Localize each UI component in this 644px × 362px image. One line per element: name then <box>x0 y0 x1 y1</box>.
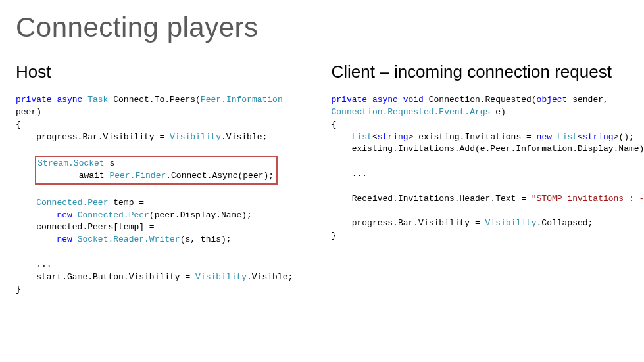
open-brace: { <box>332 120 337 129</box>
box-l2a: await <box>37 171 109 181</box>
prog-c: .Collapsed; <box>537 218 593 228</box>
indent <box>16 198 36 208</box>
prog-a: progress.Bar.Visibility = <box>332 218 485 228</box>
method-name: Connect.To.Peers( <box>108 95 200 104</box>
kw-object: object <box>537 95 568 104</box>
recv-a: Received.Invitations.Header.Text = <box>332 194 532 204</box>
dots: ... <box>16 260 52 269</box>
type-peerfinder: Peer.Finder <box>109 171 166 181</box>
list-j: >(); <box>614 132 634 142</box>
type-connectedpeer2: Connected.Peer <box>78 210 149 220</box>
client-column: Client – incoming connection request pri… <box>332 62 629 296</box>
host-column: Host private async Task Connect.To.Peers… <box>16 62 313 296</box>
sender: sender, <box>567 95 608 104</box>
type-task: Task <box>87 95 108 104</box>
visible-suffix: .Visible; <box>221 132 267 142</box>
kw-private-async: private async <box>16 95 87 104</box>
after-l1c: temp = <box>108 198 144 208</box>
close-brace: } <box>16 284 21 294</box>
type-connectedpeer: Connected.Peer <box>36 198 108 208</box>
host-code-block: private async Task Connect.To.Peers(Peer… <box>16 94 313 296</box>
type-peerinfo: Peer.Information <box>201 95 283 104</box>
kw-new2: new <box>16 235 78 244</box>
after-l3: connected.Peers[temp] = <box>16 222 155 232</box>
type-list2: List <box>557 132 578 142</box>
dots-r: ... <box>332 169 368 179</box>
client-heading: Client – incoming connection request <box>332 62 629 82</box>
lt: < <box>372 132 378 142</box>
type-socketrw: Socket.Reader.Writer <box>78 235 180 244</box>
method-name-r: Connection.Requested( <box>424 95 537 104</box>
type-visibility: Visibility <box>170 132 221 142</box>
kw-new-r: new <box>537 132 557 142</box>
start-c: .Visible; <box>247 272 293 282</box>
kw-private-async-void: private async void <box>332 95 424 104</box>
box-l1b: s = <box>105 158 125 168</box>
lt2: < <box>578 132 583 142</box>
type-visibility2: Visibility <box>195 272 247 282</box>
type-streamsocket: Stream.Socket <box>37 158 104 168</box>
after-l2c: (peer.Display.Name); <box>149 210 252 220</box>
kw-string2: string <box>583 132 614 142</box>
sig-tail: peer) { progress.Bar.Visibility = <box>16 107 170 142</box>
slide-title: Connecting players <box>16 12 628 43</box>
type-visibility-r: Visibility <box>485 218 537 228</box>
list-e: > existing.Invitations = <box>409 132 537 142</box>
add-line: existing.Invitations.Add(e.Peer.Informat… <box>332 144 645 154</box>
start-a: start.Game.Button.Visibility = <box>16 272 195 282</box>
type-list: List <box>352 132 372 142</box>
indent-r <box>332 132 352 142</box>
type-eventargs: Connection.Requested.Event.Args <box>332 107 491 117</box>
sig-l2b: e) <box>490 107 505 117</box>
two-column-layout: Host private async Task Connect.To.Peers… <box>16 62 628 296</box>
box-l2c: .Connect.Async(peer); <box>166 171 274 181</box>
host-heading: Host <box>16 62 313 82</box>
highlighted-box: Stream.Socket s = await Peer.Finder.Conn… <box>35 156 278 185</box>
kw-string: string <box>378 132 409 142</box>
close-brace-r: } <box>332 231 337 240</box>
client-code-block: private async void Connection.Requested(… <box>332 94 629 242</box>
string-literal: "STOMP invitations : -)" <box>532 194 644 204</box>
kw-new: new <box>16 210 78 220</box>
after-l4c: (s, this); <box>180 235 232 244</box>
